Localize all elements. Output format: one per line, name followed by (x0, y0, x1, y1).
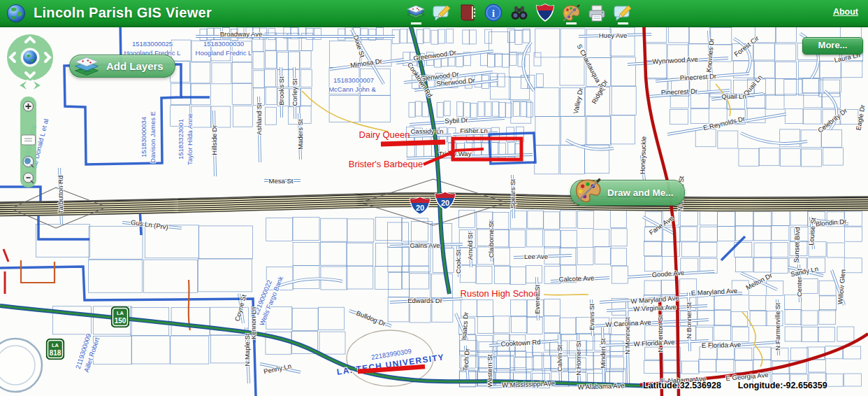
draw-and-measure-button[interactable]: Draw and Me... (570, 180, 685, 206)
notes-icon[interactable] (431, 2, 452, 23)
next-extent-button[interactable] (32, 80, 41, 91)
extent-history-control (15, 78, 45, 92)
pan-navigation-wheel[interactable] (6, 33, 55, 82)
about-link[interactable]: About (833, 7, 858, 17)
zoom-slider-control (20, 97, 37, 188)
latitude-value: Latitude:32.536928 (643, 381, 721, 390)
globe-logo-icon (6, 3, 27, 24)
coordinates-readout: Latitude:32.536928 Longitude:-92.656359 (643, 381, 827, 390)
palette-icon (572, 175, 603, 206)
layers-stack-icon (73, 50, 101, 78)
add-layers-button[interactable]: Add Layers (69, 55, 175, 78)
palette-icon[interactable] (560, 2, 581, 23)
info-icon[interactable]: i (483, 2, 504, 23)
longitude-value: Longitude:-92.656359 (738, 381, 827, 390)
more-button[interactable]: More... (802, 37, 863, 55)
draw-and-measure-label: Draw and Me... (607, 188, 674, 198)
toolbar: i (405, 2, 633, 23)
zoom-slider-thumb[interactable] (22, 135, 36, 145)
zoom-globe-button[interactable] (23, 157, 34, 168)
zoom-in-button[interactable] (24, 101, 34, 111)
svg-text:i: i (492, 8, 495, 19)
previous-extent-button[interactable] (19, 80, 28, 91)
full-extent-globe-button[interactable] (23, 50, 37, 64)
add-layers-label: Add Layers (106, 60, 164, 72)
app-title: Lincoln Parish GIS Viewer (34, 5, 212, 21)
highway-shield-icon[interactable] (535, 2, 556, 23)
notes2-icon[interactable] (612, 2, 633, 23)
header-bar: Lincoln Parish GIS Viewer i About (0, 0, 868, 27)
gis-viewer-app: 2020LA150LA818 Dairy QueenBrister's Barb… (0, 0, 868, 396)
address-book-icon[interactable] (457, 2, 478, 23)
binoculars-icon[interactable] (509, 2, 530, 23)
printer-icon[interactable] (586, 2, 607, 23)
layers-icon[interactable] (405, 2, 426, 23)
